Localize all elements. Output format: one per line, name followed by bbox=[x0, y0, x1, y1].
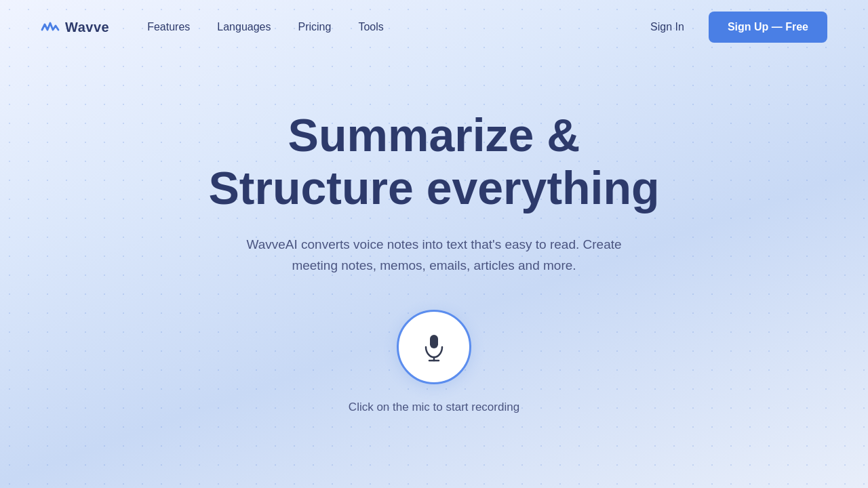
nav-link-tools[interactable]: Tools bbox=[347, 16, 394, 39]
signup-button[interactable]: Sign Up — Free bbox=[709, 12, 827, 43]
mic-button[interactable] bbox=[397, 310, 471, 384]
nav-link-languages[interactable]: Languages bbox=[206, 16, 281, 39]
hero-title-line2: Structure everything bbox=[208, 162, 659, 214]
nav-link-pricing[interactable]: Pricing bbox=[287, 16, 342, 39]
mic-container: Click on the mic to start recording bbox=[349, 310, 519, 414]
hero-title-line1: Summarize & bbox=[288, 109, 580, 161]
hero-subtitle: WavveAI converts voice notes into text t… bbox=[244, 235, 624, 276]
sign-in-link[interactable]: Sign In bbox=[639, 16, 695, 39]
navbar: Wavve Features Languages Pricing Tools S… bbox=[0, 0, 868, 54]
svg-rect-0 bbox=[430, 335, 438, 348]
nav-links: Features Languages Pricing Tools bbox=[136, 16, 639, 39]
logo[interactable]: Wavve bbox=[41, 20, 109, 35]
mic-hint: Click on the mic to start recording bbox=[349, 401, 519, 414]
wavve-logo-icon bbox=[41, 20, 60, 34]
hero-section: Summarize & Structure everything WavveAI… bbox=[0, 54, 868, 414]
nav-actions: Sign In Sign Up — Free bbox=[639, 12, 827, 43]
hero-title: Summarize & Structure everything bbox=[208, 108, 659, 214]
logo-text: Wavve bbox=[65, 20, 109, 35]
microphone-icon bbox=[419, 332, 449, 362]
nav-link-features[interactable]: Features bbox=[136, 16, 201, 39]
